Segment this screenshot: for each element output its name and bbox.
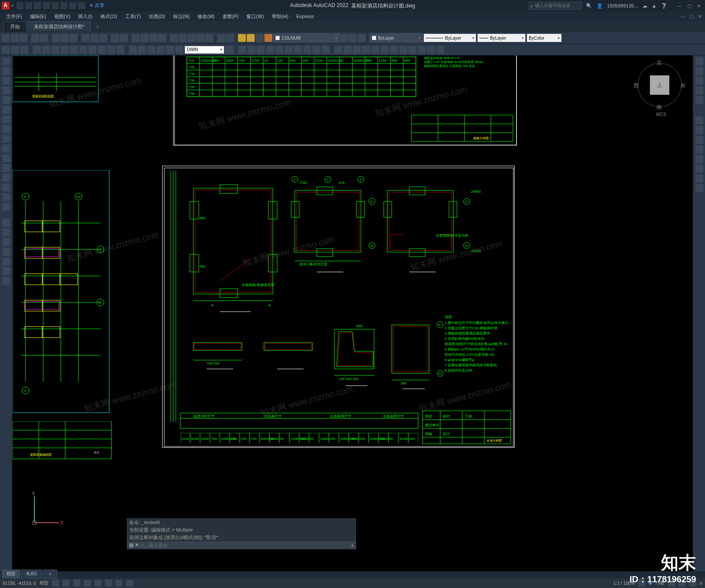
dimstyle-combo[interactable]: DIMN▾ xyxy=(185,46,224,54)
tab-model[interactable]: 模型 xyxy=(2,569,20,578)
match-icon[interactable] xyxy=(82,34,89,42)
dan-icon[interactable] xyxy=(70,46,78,54)
menu-modify[interactable]: 修改(M) xyxy=(194,12,218,21)
grid-toggle-icon[interactable] xyxy=(52,580,59,587)
t2-icon[interactable] xyxy=(11,46,19,54)
darc-icon[interactable] xyxy=(79,46,87,54)
tab-add[interactable]: ＋ xyxy=(92,22,104,32)
command-input-row[interactable]: ▤ ✕ ▷_ ▴ xyxy=(127,541,356,549)
t3-icon[interactable] xyxy=(20,46,28,54)
plot-icon[interactable] xyxy=(60,2,67,9)
dl-icon[interactable] xyxy=(33,46,41,54)
child-min-button[interactable]: — xyxy=(677,13,685,20)
menu-window[interactable]: 窗口(W) xyxy=(243,12,267,21)
e11-icon[interactable] xyxy=(427,46,435,54)
t1-icon[interactable] xyxy=(2,46,10,54)
menu-dim[interactable]: 标注(N) xyxy=(170,12,193,21)
dms-icon[interactable] xyxy=(226,46,234,54)
zoomp-icon[interactable] xyxy=(158,34,166,42)
din-icon[interactable] xyxy=(148,46,156,54)
mtext-icon[interactable] xyxy=(2,193,10,201)
da-icon[interactable] xyxy=(42,46,50,54)
spline-icon[interactable] xyxy=(2,125,10,133)
cmd-handle-icon[interactable]: ▤ ✕ xyxy=(129,542,139,548)
m10-icon[interactable] xyxy=(322,46,330,54)
dce-icon[interactable] xyxy=(138,46,146,54)
dord-icon[interactable] xyxy=(89,46,96,54)
layeriso-icon[interactable] xyxy=(358,34,366,42)
e8-icon[interactable] xyxy=(399,46,407,54)
r7-icon[interactable] xyxy=(695,175,703,182)
color-combo[interactable]: ByLayer▾ xyxy=(370,33,423,42)
offset-icon[interactable] xyxy=(2,257,10,265)
e5-icon[interactable] xyxy=(371,46,379,54)
pan2-icon[interactable] xyxy=(695,67,703,75)
print-icon[interactable] xyxy=(31,34,39,42)
layermgr-icon[interactable] xyxy=(340,34,348,42)
menu-tools[interactable]: 工具(T) xyxy=(122,12,145,21)
circle-icon[interactable] xyxy=(2,77,10,85)
block2-icon[interactable] xyxy=(99,34,107,42)
dup-icon[interactable] xyxy=(166,46,174,54)
pline-icon[interactable] xyxy=(2,67,10,75)
menu-express[interactable]: Express xyxy=(293,13,317,20)
lineweight-combo[interactable]: ByLayer▾ xyxy=(477,33,526,42)
open2-icon[interactable] xyxy=(11,34,19,42)
ellipse-icon[interactable] xyxy=(2,106,10,114)
max-button[interactable]: ▢ xyxy=(685,2,694,9)
lwt-toggle-icon[interactable] xyxy=(115,580,122,587)
dbas-icon[interactable] xyxy=(107,46,115,54)
line-icon[interactable] xyxy=(2,57,10,65)
zoom-icon[interactable] xyxy=(141,34,148,42)
m3-icon[interactable] xyxy=(257,46,265,54)
preview-icon[interactable] xyxy=(40,34,48,42)
space[interactable]: 模型 xyxy=(40,580,48,586)
otrack-toggle-icon[interactable] xyxy=(105,580,112,587)
dre-icon[interactable] xyxy=(175,46,183,54)
zoom2-icon[interactable] xyxy=(695,77,703,85)
menu-draw[interactable]: 绘图(D) xyxy=(145,12,169,21)
r4-icon[interactable] xyxy=(695,145,703,153)
dcon-icon[interactable] xyxy=(116,46,124,54)
new2-icon[interactable] xyxy=(2,34,10,42)
ray-icon[interactable] xyxy=(2,145,10,153)
user-name[interactable]: 1505999135... xyxy=(607,3,638,8)
layer-combo[interactable]: COLNUM▾ xyxy=(273,33,339,42)
ortho-toggle-icon[interactable] xyxy=(73,580,80,587)
r5-icon[interactable] xyxy=(695,155,703,163)
trim-icon[interactable] xyxy=(2,267,10,275)
xline-icon[interactable] xyxy=(2,135,10,143)
e6-icon[interactable] xyxy=(381,46,389,54)
e12-icon[interactable] xyxy=(436,46,444,54)
e10-icon[interactable] xyxy=(418,46,426,54)
arc-icon[interactable] xyxy=(2,86,10,94)
trans-toggle-icon[interactable] xyxy=(126,580,133,587)
poly-icon[interactable] xyxy=(2,115,10,123)
saveas-icon[interactable] xyxy=(43,2,50,9)
mirror-icon[interactable] xyxy=(2,248,10,256)
r6-icon[interactable] xyxy=(695,165,703,173)
m1-icon[interactable] xyxy=(238,46,246,54)
m8-icon[interactable] xyxy=(303,46,311,54)
m9-icon[interactable] xyxy=(312,46,320,54)
m2-icon[interactable] xyxy=(248,46,256,54)
close-button[interactable]: ✕ xyxy=(694,2,703,9)
menu-view[interactable]: 视图(V) xyxy=(51,12,74,21)
cmd-expand-icon[interactable]: ▴ xyxy=(351,542,354,548)
dto-icon[interactable] xyxy=(129,46,137,54)
cloud-icon[interactable]: ☁ xyxy=(642,3,647,9)
e2-icon[interactable] xyxy=(344,46,352,54)
bulb-icon[interactable] xyxy=(247,34,255,42)
show-icon[interactable] xyxy=(695,96,703,104)
menu-help[interactable]: 帮助(H) xyxy=(268,12,292,21)
menu-format[interactable]: 格式(O) xyxy=(97,12,121,21)
logo-arrow-icon[interactable]: ▾ xyxy=(11,4,14,8)
wcs-label[interactable]: WCS xyxy=(656,112,666,117)
save2-icon[interactable] xyxy=(19,34,27,42)
child-max-button[interactable]: ▢ xyxy=(686,13,694,20)
osnap-toggle-icon[interactable] xyxy=(94,580,101,587)
pan-icon[interactable] xyxy=(132,34,140,42)
polar-toggle-icon[interactable] xyxy=(84,580,91,587)
child-close-button[interactable]: ✕ xyxy=(694,13,702,20)
dob-icon[interactable] xyxy=(157,46,165,54)
